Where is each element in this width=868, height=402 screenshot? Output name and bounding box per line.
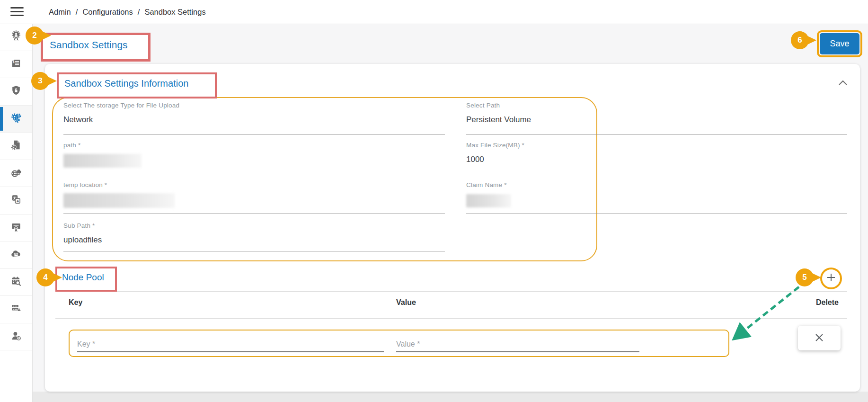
field-storage-type: Select The storage Type for File Upload	[63, 101, 445, 134]
field-select-path-label: Select Path	[466, 101, 847, 109]
storage-type-select[interactable]	[63, 114, 445, 134]
invoice-icon: $	[10, 57, 22, 71]
badge-user-icon	[10, 30, 22, 44]
svg-text:A: A	[17, 199, 19, 203]
sidebar-item-translation[interactable]: A	[0, 187, 32, 214]
sidebar-item-certificate[interactable]	[0, 214, 32, 242]
callout-5-pointer	[810, 272, 821, 283]
sidebar-item-invoice[interactable]: $	[0, 51, 32, 79]
select-path-select[interactable]	[466, 114, 847, 134]
collapse-section-chevron-icon[interactable]	[837, 79, 849, 89]
top-bar: Admin / Configurations / Sandbox Setting…	[0, 0, 868, 24]
save-button[interactable]: Save	[820, 33, 859, 54]
sidebar-item-server-alerts[interactable]	[0, 296, 32, 323]
sub-path-input[interactable]	[63, 234, 445, 251]
cloud-sync-icon	[10, 248, 22, 262]
temp-location-value-redacted	[63, 193, 175, 208]
node-pool-title: Node Pool	[57, 268, 115, 286]
page-bottom-background	[32, 392, 868, 402]
claim-name-input[interactable]	[466, 193, 847, 214]
page-title-highlight-box: Sandbox Settings	[41, 33, 151, 62]
server-alert-icon	[10, 302, 22, 316]
sidebar-item-network-cloud[interactable]	[0, 160, 32, 188]
calendar-search-icon	[10, 275, 22, 289]
field-max-file-size: Max File Size(MB) *	[466, 141, 847, 174]
field-sub-path-label: Sub Path *	[63, 222, 445, 230]
plus-icon	[826, 272, 836, 285]
breadcrumb-separator: /	[76, 8, 78, 17]
section-title-highlight-box: Sandbox Settings Information	[57, 72, 217, 98]
breadcrumb-configurations[interactable]: Configurations	[82, 8, 133, 17]
field-claim-name-label: Claim Name *	[466, 181, 847, 189]
sidebar-item-schedule-search[interactable]	[0, 269, 32, 296]
settings-gears-icon	[10, 111, 23, 126]
field-temp-location: temp location *	[63, 181, 445, 214]
translate-icon: A	[10, 193, 22, 207]
user-history-icon	[10, 330, 22, 344]
breadcrumb-separator: /	[138, 8, 140, 17]
max-file-size-input[interactable]	[466, 153, 847, 174]
file-gear-icon	[10, 139, 22, 153]
callout-3-pointer	[46, 76, 57, 86]
field-path-label: path *	[63, 141, 445, 149]
field-storage-type-label: Select The storage Type for File Upload	[63, 101, 445, 109]
claim-name-value-redacted	[466, 194, 511, 207]
field-select-path: Select Path	[466, 101, 847, 134]
sidebar-item-file-settings[interactable]	[0, 133, 32, 160]
field-max-file-size-label: Max File Size(MB) *	[466, 141, 847, 149]
callout-2-pointer	[40, 30, 51, 41]
hamburger-menu-icon[interactable]	[10, 7, 24, 17]
key-input[interactable]	[77, 337, 384, 352]
sidebar-item-security[interactable]	[0, 78, 32, 106]
column-header-value: Value	[396, 298, 416, 307]
breadcrumb: Admin / Configurations / Sandbox Setting…	[49, 0, 206, 24]
sidebar-item-cloud-sync[interactable]	[0, 241, 32, 269]
breadcrumb-admin[interactable]: Admin	[49, 8, 71, 17]
sidebar-nav: $	[0, 24, 33, 402]
callout-6-pointer	[806, 35, 816, 45]
field-temp-location-label: temp location *	[63, 181, 445, 189]
section-title: Sandbox Settings Information	[59, 74, 215, 93]
field-path: path *	[63, 141, 445, 174]
column-header-key: Key	[69, 298, 82, 307]
path-value-redacted	[63, 154, 142, 168]
shield-lock-icon	[10, 84, 22, 98]
annotation-arrow	[728, 283, 808, 345]
close-icon	[815, 333, 824, 344]
breadcrumb-sandbox-settings[interactable]: Sandbox Settings	[144, 8, 205, 17]
node-pool-title-highlight-box: Node Pool	[55, 267, 117, 292]
globe-cloud-icon	[10, 166, 22, 180]
value-input[interactable]	[396, 337, 639, 352]
add-node-pool-row-button[interactable]	[820, 268, 842, 289]
certificate-icon	[10, 221, 22, 235]
sidebar-item-user-history[interactable]	[0, 323, 32, 351]
callout-4-pointer	[51, 272, 62, 283]
field-sub-path: Sub Path *	[63, 222, 445, 251]
sidebar-item-configurations-active[interactable]	[0, 106, 32, 133]
app-window: Admin / Configurations / Sandbox Setting…	[0, 0, 868, 402]
page-title: Sandbox Settings	[43, 35, 148, 54]
field-claim-name: Claim Name *	[466, 181, 847, 214]
